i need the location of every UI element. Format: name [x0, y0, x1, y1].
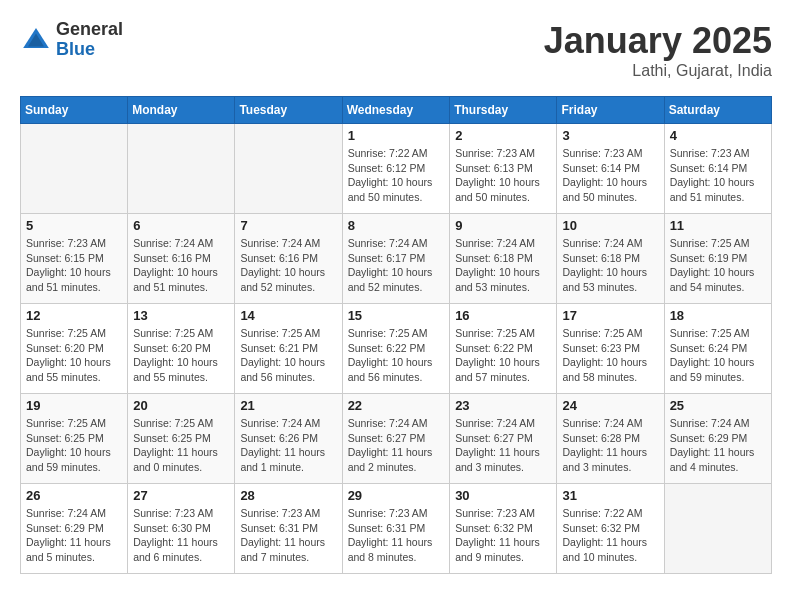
- logo-general: General: [56, 20, 123, 40]
- day-info: Sunrise: 7:23 AM Sunset: 6:14 PM Dayligh…: [670, 146, 766, 205]
- calendar-cell: [235, 124, 342, 214]
- day-info: Sunrise: 7:25 AM Sunset: 6:19 PM Dayligh…: [670, 236, 766, 295]
- calendar-week-4: 19Sunrise: 7:25 AM Sunset: 6:25 PM Dayli…: [21, 394, 772, 484]
- calendar-cell: 9Sunrise: 7:24 AM Sunset: 6:18 PM Daylig…: [450, 214, 557, 304]
- day-number: 11: [670, 218, 766, 233]
- weekday-header-wednesday: Wednesday: [342, 97, 450, 124]
- calendar-cell: [664, 484, 771, 574]
- calendar-cell: 30Sunrise: 7:23 AM Sunset: 6:32 PM Dayli…: [450, 484, 557, 574]
- weekday-header-monday: Monday: [128, 97, 235, 124]
- calendar-cell: 16Sunrise: 7:25 AM Sunset: 6:22 PM Dayli…: [450, 304, 557, 394]
- logo-icon: [20, 24, 52, 56]
- calendar-title: January 2025: [544, 20, 772, 62]
- day-number: 1: [348, 128, 445, 143]
- day-number: 30: [455, 488, 551, 503]
- day-number: 2: [455, 128, 551, 143]
- calendar-cell: 2Sunrise: 7:23 AM Sunset: 6:13 PM Daylig…: [450, 124, 557, 214]
- calendar-cell: 26Sunrise: 7:24 AM Sunset: 6:29 PM Dayli…: [21, 484, 128, 574]
- calendar-body: 1Sunrise: 7:22 AM Sunset: 6:12 PM Daylig…: [21, 124, 772, 574]
- calendar-cell: 21Sunrise: 7:24 AM Sunset: 6:26 PM Dayli…: [235, 394, 342, 484]
- day-info: Sunrise: 7:25 AM Sunset: 6:22 PM Dayligh…: [455, 326, 551, 385]
- day-info: Sunrise: 7:23 AM Sunset: 6:31 PM Dayligh…: [240, 506, 336, 565]
- day-number: 28: [240, 488, 336, 503]
- day-info: Sunrise: 7:24 AM Sunset: 6:27 PM Dayligh…: [348, 416, 445, 475]
- calendar-cell: 1Sunrise: 7:22 AM Sunset: 6:12 PM Daylig…: [342, 124, 450, 214]
- day-number: 22: [348, 398, 445, 413]
- day-number: 25: [670, 398, 766, 413]
- day-number: 6: [133, 218, 229, 233]
- calendar-cell: 31Sunrise: 7:22 AM Sunset: 6:32 PM Dayli…: [557, 484, 664, 574]
- day-info: Sunrise: 7:23 AM Sunset: 6:32 PM Dayligh…: [455, 506, 551, 565]
- calendar-cell: 6Sunrise: 7:24 AM Sunset: 6:16 PM Daylig…: [128, 214, 235, 304]
- calendar-cell: 29Sunrise: 7:23 AM Sunset: 6:31 PM Dayli…: [342, 484, 450, 574]
- weekday-header-row: SundayMondayTuesdayWednesdayThursdayFrid…: [21, 97, 772, 124]
- day-number: 18: [670, 308, 766, 323]
- day-number: 4: [670, 128, 766, 143]
- calendar-cell: 27Sunrise: 7:23 AM Sunset: 6:30 PM Dayli…: [128, 484, 235, 574]
- day-number: 15: [348, 308, 445, 323]
- calendar-cell: 23Sunrise: 7:24 AM Sunset: 6:27 PM Dayli…: [450, 394, 557, 484]
- day-number: 23: [455, 398, 551, 413]
- calendar-cell: 5Sunrise: 7:23 AM Sunset: 6:15 PM Daylig…: [21, 214, 128, 304]
- day-info: Sunrise: 7:24 AM Sunset: 6:18 PM Dayligh…: [562, 236, 658, 295]
- day-number: 9: [455, 218, 551, 233]
- logo: General Blue: [20, 20, 123, 60]
- day-number: 27: [133, 488, 229, 503]
- day-info: Sunrise: 7:23 AM Sunset: 6:31 PM Dayligh…: [348, 506, 445, 565]
- calendar-cell: 28Sunrise: 7:23 AM Sunset: 6:31 PM Dayli…: [235, 484, 342, 574]
- weekday-header-saturday: Saturday: [664, 97, 771, 124]
- calendar-week-3: 12Sunrise: 7:25 AM Sunset: 6:20 PM Dayli…: [21, 304, 772, 394]
- title-block: January 2025 Lathi, Gujarat, India: [544, 20, 772, 80]
- calendar-cell: 24Sunrise: 7:24 AM Sunset: 6:28 PM Dayli…: [557, 394, 664, 484]
- calendar-header: SundayMondayTuesdayWednesdayThursdayFrid…: [21, 97, 772, 124]
- day-info: Sunrise: 7:24 AM Sunset: 6:18 PM Dayligh…: [455, 236, 551, 295]
- day-number: 8: [348, 218, 445, 233]
- day-number: 10: [562, 218, 658, 233]
- calendar-week-2: 5Sunrise: 7:23 AM Sunset: 6:15 PM Daylig…: [21, 214, 772, 304]
- weekday-header-friday: Friday: [557, 97, 664, 124]
- day-info: Sunrise: 7:25 AM Sunset: 6:20 PM Dayligh…: [26, 326, 122, 385]
- day-info: Sunrise: 7:22 AM Sunset: 6:32 PM Dayligh…: [562, 506, 658, 565]
- day-info: Sunrise: 7:25 AM Sunset: 6:21 PM Dayligh…: [240, 326, 336, 385]
- day-number: 26: [26, 488, 122, 503]
- calendar-cell: 19Sunrise: 7:25 AM Sunset: 6:25 PM Dayli…: [21, 394, 128, 484]
- day-number: 17: [562, 308, 658, 323]
- calendar-cell: 25Sunrise: 7:24 AM Sunset: 6:29 PM Dayli…: [664, 394, 771, 484]
- day-info: Sunrise: 7:24 AM Sunset: 6:29 PM Dayligh…: [26, 506, 122, 565]
- day-number: 16: [455, 308, 551, 323]
- day-info: Sunrise: 7:23 AM Sunset: 6:30 PM Dayligh…: [133, 506, 229, 565]
- day-info: Sunrise: 7:24 AM Sunset: 6:27 PM Dayligh…: [455, 416, 551, 475]
- day-number: 12: [26, 308, 122, 323]
- calendar-week-1: 1Sunrise: 7:22 AM Sunset: 6:12 PM Daylig…: [21, 124, 772, 214]
- calendar-cell: 15Sunrise: 7:25 AM Sunset: 6:22 PM Dayli…: [342, 304, 450, 394]
- day-info: Sunrise: 7:23 AM Sunset: 6:15 PM Dayligh…: [26, 236, 122, 295]
- calendar-cell: [21, 124, 128, 214]
- day-info: Sunrise: 7:25 AM Sunset: 6:23 PM Dayligh…: [562, 326, 658, 385]
- calendar-cell: 10Sunrise: 7:24 AM Sunset: 6:18 PM Dayli…: [557, 214, 664, 304]
- calendar-cell: 7Sunrise: 7:24 AM Sunset: 6:16 PM Daylig…: [235, 214, 342, 304]
- logo-blue: Blue: [56, 40, 123, 60]
- calendar-cell: 4Sunrise: 7:23 AM Sunset: 6:14 PM Daylig…: [664, 124, 771, 214]
- day-number: 13: [133, 308, 229, 323]
- day-info: Sunrise: 7:23 AM Sunset: 6:13 PM Dayligh…: [455, 146, 551, 205]
- calendar-cell: 18Sunrise: 7:25 AM Sunset: 6:24 PM Dayli…: [664, 304, 771, 394]
- calendar-cell: [128, 124, 235, 214]
- day-number: 14: [240, 308, 336, 323]
- day-number: 20: [133, 398, 229, 413]
- day-number: 3: [562, 128, 658, 143]
- calendar-cell: 13Sunrise: 7:25 AM Sunset: 6:20 PM Dayli…: [128, 304, 235, 394]
- calendar-cell: 8Sunrise: 7:24 AM Sunset: 6:17 PM Daylig…: [342, 214, 450, 304]
- calendar-cell: 14Sunrise: 7:25 AM Sunset: 6:21 PM Dayli…: [235, 304, 342, 394]
- calendar-week-5: 26Sunrise: 7:24 AM Sunset: 6:29 PM Dayli…: [21, 484, 772, 574]
- calendar-subtitle: Lathi, Gujarat, India: [544, 62, 772, 80]
- weekday-header-tuesday: Tuesday: [235, 97, 342, 124]
- day-info: Sunrise: 7:24 AM Sunset: 6:17 PM Dayligh…: [348, 236, 445, 295]
- calendar-cell: 20Sunrise: 7:25 AM Sunset: 6:25 PM Dayli…: [128, 394, 235, 484]
- page-header: General Blue January 2025 Lathi, Gujarat…: [20, 20, 772, 80]
- day-number: 31: [562, 488, 658, 503]
- weekday-header-sunday: Sunday: [21, 97, 128, 124]
- day-number: 24: [562, 398, 658, 413]
- calendar-cell: 17Sunrise: 7:25 AM Sunset: 6:23 PM Dayli…: [557, 304, 664, 394]
- day-info: Sunrise: 7:25 AM Sunset: 6:20 PM Dayligh…: [133, 326, 229, 385]
- day-info: Sunrise: 7:24 AM Sunset: 6:16 PM Dayligh…: [240, 236, 336, 295]
